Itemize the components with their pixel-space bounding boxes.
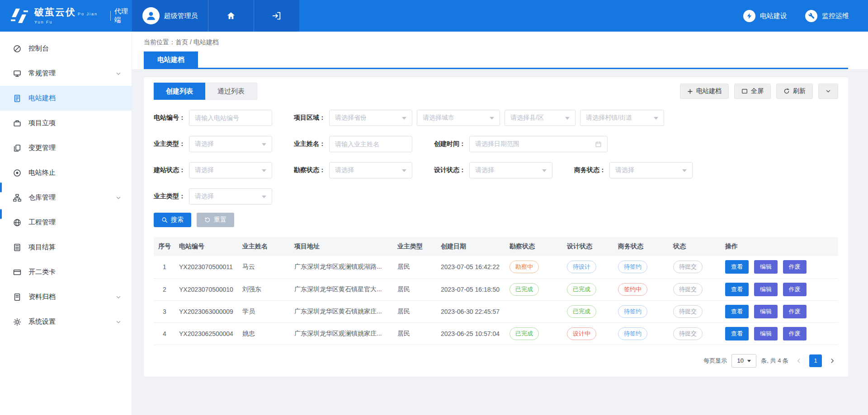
station-no-input[interactable] (189, 110, 272, 126)
logout-icon (272, 11, 282, 21)
caret-down-icon (654, 117, 658, 122)
collapse-filters-button[interactable] (818, 84, 838, 99)
chevron-left-icon (796, 358, 802, 364)
calendar-icon (595, 141, 602, 148)
home-icon (226, 11, 236, 21)
caret-down-icon (490, 117, 494, 122)
table-row: 1 YX2023070500011 马云 广东深圳龙华区观澜镇观湖路... 居民… (154, 256, 838, 278)
chevron-right-icon (829, 358, 835, 364)
list-tabs: 创建列表 通过列表 (154, 83, 257, 100)
status-badge: 待提交 (673, 261, 703, 273)
sidebar-item-label: 变更管理 (28, 144, 56, 152)
sidebar-item-class2-card[interactable]: 开二类卡 (0, 260, 132, 284)
next-page-button[interactable] (826, 355, 838, 367)
tab-create-list[interactable]: 创建列表 (154, 83, 205, 100)
sidebar-item-system-settings[interactable]: 系统设置 (0, 309, 132, 334)
table-header-row: 序号 电站编号 业主姓名 项目地址 业主类型 创建日期 勘察状态 设计状态 商务… (154, 237, 838, 256)
sidebar-item-engineering-mgmt[interactable]: 工程管理 (0, 210, 132, 235)
nav-monitor-ops[interactable]: 监控运维 (805, 10, 849, 22)
void-button[interactable]: 作废 (783, 283, 807, 296)
portal-label: 代理端 (114, 7, 132, 24)
province-select[interactable]: 请选择省份 (329, 110, 412, 126)
sidebar-item-label: 工程管理 (28, 218, 56, 227)
build-status-label: 建站状态： (154, 166, 189, 174)
per-page-select[interactable]: 10 (731, 354, 756, 368)
prev-page-button[interactable] (793, 355, 805, 367)
create-time-range-picker[interactable]: 请选择日期范围 (469, 136, 608, 152)
filter-form: 电站编号： 项目区域： 请选择省份 请选择城市 请选择县/区 请选择村镇/街道 (154, 110, 838, 205)
reset-button[interactable]: 重置 (197, 213, 234, 227)
home-button[interactable] (208, 0, 254, 32)
logout-button[interactable] (254, 0, 299, 32)
town-select[interactable]: 请选择村镇/街道 (580, 110, 664, 126)
sidebar-scrollbar (0, 209, 2, 219)
tab-passed-list[interactable]: 通过列表 (205, 83, 257, 100)
sidebar-item-general-mgmt[interactable]: 常规管理 (0, 61, 132, 86)
search-button[interactable]: 搜索 (154, 213, 191, 227)
edit-button[interactable]: 编辑 (754, 260, 778, 274)
owner-type2-label: 业主类型： (154, 192, 189, 201)
void-button[interactable]: 作废 (783, 327, 807, 340)
create-time-label: 创建时间： (434, 140, 469, 148)
col-header-station-no: 电站编号 (175, 237, 239, 256)
divider (110, 11, 111, 21)
view-button[interactable]: 查看 (725, 327, 749, 340)
page-number-button[interactable]: 1 (809, 354, 822, 367)
sidebar-item-change-mgmt[interactable]: 变更管理 (0, 135, 132, 160)
county-select[interactable]: 请选择县/区 (505, 110, 576, 126)
sidebar-item-station-termination[interactable]: 电站终止 (0, 160, 132, 185)
add-station-button[interactable]: 电站建档 (680, 84, 729, 99)
main-content: 当前位置：首页 / 电站建档 电站建档 创建列表 通过列表 电站建档 (132, 32, 868, 415)
refresh-button[interactable]: 刷新 (776, 84, 813, 99)
sidebar-item-data-archive[interactable]: 资料归档 (0, 284, 132, 309)
nav-station-build[interactable]: 电站建设 (743, 10, 787, 22)
caret-down-icon (262, 143, 266, 148)
owner-type-select[interactable]: 请选择 (189, 136, 272, 152)
sidebar-item-label: 开二类卡 (28, 268, 56, 276)
search-icon (161, 217, 168, 223)
sidebar-item-project-settlement[interactable]: 项目结算 (0, 235, 132, 260)
sidebar-item-label: 控制台 (28, 44, 49, 53)
edit-button[interactable]: 编辑 (754, 283, 778, 296)
wrench-icon (805, 10, 817, 22)
city-select[interactable]: 请选择城市 (417, 110, 500, 126)
per-page-label: 每页显示 (703, 357, 727, 365)
caret-down-icon (262, 196, 266, 201)
page-tab-station-archive[interactable]: 电站建档 (144, 51, 198, 68)
col-header-owner: 业主姓名 (239, 237, 291, 256)
chevron-down-icon (115, 70, 122, 77)
view-button[interactable]: 查看 (725, 305, 749, 318)
design-status-select[interactable]: 请选择 (469, 162, 552, 178)
status-badge: 设计中 (567, 327, 596, 340)
view-button[interactable]: 查看 (725, 260, 749, 274)
edit-button[interactable]: 编辑 (754, 305, 778, 318)
owner-type2-select[interactable]: 请选择 (189, 188, 272, 205)
station-table: 序号 电站编号 业主姓名 项目地址 业主类型 创建日期 勘察状态 设计状态 商务… (154, 237, 838, 345)
status-badge: 待设计 (567, 261, 596, 273)
void-button[interactable]: 作废 (783, 260, 807, 274)
status-badge: 待签约 (618, 327, 647, 340)
sidebar-item-station-archive[interactable]: 电站建档 (0, 86, 132, 111)
document-icon (13, 94, 22, 103)
breadcrumb-home-link[interactable]: 首页 (175, 38, 188, 46)
card-toolbar: 电站建档 全屏 刷新 (680, 84, 838, 99)
survey-status-select[interactable]: 请选择 (329, 162, 412, 178)
owner-name-input[interactable] (329, 136, 412, 152)
edit-button[interactable]: 编辑 (754, 327, 778, 340)
sidebar-item-dashboard[interactable]: 控制台 (0, 36, 132, 61)
sitemap-icon (13, 193, 22, 202)
briefcase-icon (13, 119, 22, 128)
breadcrumb: 当前位置：首页 / 电站建档 (132, 38, 868, 47)
logo-title: 破茧云伏 (34, 7, 76, 17)
breadcrumb-prefix: 当前位置： (144, 38, 175, 46)
void-button[interactable]: 作废 (783, 305, 807, 318)
business-status-select[interactable]: 请选择 (609, 162, 693, 178)
caret-down-icon (682, 169, 687, 174)
build-status-select[interactable]: 请选择 (189, 162, 272, 178)
sidebar-item-project-initiation[interactable]: 项目立项 (0, 111, 132, 135)
fullscreen-button[interactable]: 全屏 (734, 84, 771, 99)
view-button[interactable]: 查看 (725, 283, 749, 296)
user-menu[interactable]: 超级管理员 (132, 0, 208, 32)
sidebar-item-warehouse-mgmt[interactable]: 仓库管理 (0, 185, 132, 210)
pagination: 每页显示 10 条, 共 4 条 1 (154, 354, 838, 368)
